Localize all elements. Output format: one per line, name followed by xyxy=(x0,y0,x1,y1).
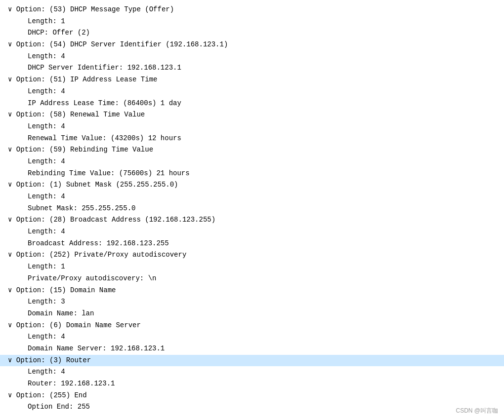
tree-row[interactable]: ∨ Option: (3) Router xyxy=(0,355,504,367)
tree-row: Length: 4 xyxy=(0,156,504,168)
toggle-icon[interactable]: ∨ Option: (51) IP Address Lease Time xyxy=(0,75,157,85)
tree-row[interactable]: ∨ Option: (53) DHCP Message Type (Offer) xyxy=(0,4,504,16)
tree-row: Length: 4 xyxy=(0,226,504,238)
toggle-icon[interactable]: ∨ Option: (15) Domain Name xyxy=(0,285,116,296)
tree-row: DHCP: Offer (2) xyxy=(0,27,504,39)
tree-row: Length: 4 xyxy=(0,366,504,378)
tree-row: Subnet Mask: 255.255.255.0 xyxy=(0,203,504,215)
toggle-icon[interactable]: ∨ Option: (58) Renewal Time Value xyxy=(0,110,145,120)
tree-row: Domain Name: lan xyxy=(0,308,504,320)
tree-row[interactable]: ∨ Option: (58) Renewal Time Value xyxy=(0,109,504,121)
tree-row: Option End: 255 xyxy=(0,401,504,413)
tree-row[interactable]: ∨ Option: (255) End xyxy=(0,390,504,402)
tree-row: Length: 1 xyxy=(0,261,504,273)
tree-row: Length: 3 xyxy=(0,296,504,308)
tree-row: Length: 1 xyxy=(0,16,504,28)
tree-row[interactable]: ∨ Option: (51) IP Address Lease Time xyxy=(0,74,504,86)
tree-row: Rebinding Time Value: (75600s) 21 hours xyxy=(0,168,504,180)
tree-row[interactable]: ∨ Option: (28) Broadcast Address (192.16… xyxy=(0,214,504,226)
toggle-icon[interactable]: ∨ Option: (1) Subnet Mask (255.255.255.0… xyxy=(0,180,178,191)
tree-row: Broadcast Address: 192.168.123.255 xyxy=(0,238,504,250)
toggle-icon[interactable]: ∨ Option: (255) End xyxy=(0,390,87,401)
toggle-icon[interactable]: ∨ Option: (59) Rebinding Time Value xyxy=(0,145,153,155)
toggle-icon[interactable]: ∨ Option: (252) Private/Proxy autodiscov… xyxy=(0,250,186,261)
tree-row[interactable]: ∨ Option: (6) Domain Name Server xyxy=(0,320,504,332)
tree-row[interactable]: ∨ Option: (54) DHCP Server Identifier (1… xyxy=(0,39,504,51)
tree-row[interactable]: ∨ Option: (252) Private/Proxy autodiscov… xyxy=(0,249,504,261)
tree-row: Length: 4 xyxy=(0,86,504,98)
tree-row: Renewal Time Value: (43200s) 12 hours xyxy=(0,133,504,145)
toggle-icon[interactable]: ∨ Option: (53) DHCP Message Type (Offer) xyxy=(0,4,174,15)
tree-row: Router: 192.168.123.1 xyxy=(0,378,504,390)
tree-row[interactable]: ∨ Option: (15) Domain Name xyxy=(0,285,504,297)
toggle-icon[interactable]: ∨ Option: (54) DHCP Server Identifier (1… xyxy=(0,39,228,50)
packet-tree: ∨ Option: (53) DHCP Message Type (Offer)… xyxy=(0,0,504,417)
tree-row: DHCP Server Identifier: 192.168.123.1 xyxy=(0,62,504,74)
tree-row: Length: 4 xyxy=(0,51,504,63)
toggle-icon[interactable]: ∨ Option: (28) Broadcast Address (192.16… xyxy=(0,215,215,226)
tree-row: Length: 4 xyxy=(0,191,504,203)
tree-row[interactable]: ∨ Option: (59) Rebinding Time Value xyxy=(0,144,504,156)
tree-row: Domain Name Server: 192.168.123.1 xyxy=(0,343,504,355)
toggle-icon[interactable]: ∨ Option: (3) Router xyxy=(0,355,91,366)
tree-row[interactable]: ∨ Option: (1) Subnet Mask (255.255.255.0… xyxy=(0,179,504,191)
watermark: CSDN @叫言咖 xyxy=(456,407,498,415)
tree-row: Length: 4 xyxy=(0,331,504,343)
tree-row: IP Address Lease Time: (86400s) 1 day xyxy=(0,98,504,110)
toggle-icon[interactable]: ∨ Option: (6) Domain Name Server xyxy=(0,320,141,331)
tree-row: Private/Proxy autodiscovery: \n xyxy=(0,273,504,285)
tree-row: Length: 4 xyxy=(0,121,504,133)
